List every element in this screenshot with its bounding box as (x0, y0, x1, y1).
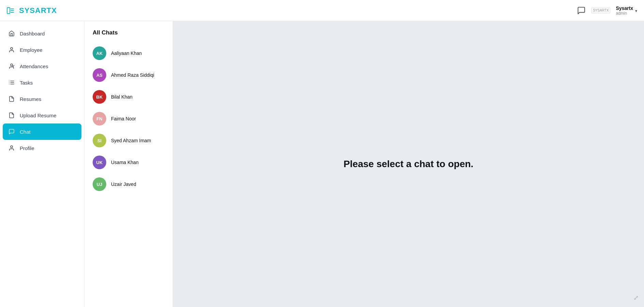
sidebar-toggle-icon[interactable] (7, 7, 14, 14)
sidebar-item-resumes[interactable]: Resumes (0, 91, 84, 107)
chat-list-item[interactable]: ASAhmed Raza Siddiqi (84, 64, 173, 86)
svg-point-12 (11, 146, 13, 148)
chat-list-item[interactable]: SISyed Ahzam Imam (84, 130, 173, 151)
chat-contact-name: Syed Ahzam Imam (111, 138, 151, 143)
brand-small-logo: SYSARTX (591, 8, 611, 13)
app-logo: SYSARTX (19, 6, 57, 15)
chat-list: AKAaliyaan KhanASAhmed Raza SiddiqiBKBil… (84, 42, 173, 195)
chat-contact-name: Bilal Khan (111, 94, 132, 100)
expand-icon[interactable]: ⤢ (633, 294, 639, 302)
avatar: UJ (93, 177, 106, 191)
sidebar-label-dashboard: Dashboard (20, 31, 45, 36)
sidebar-item-upload-resume[interactable]: Upload Resume (0, 107, 84, 123)
chat-list-item[interactable]: AKAaliyaan Khan (84, 42, 173, 64)
sidebar-item-tasks[interactable]: Tasks (0, 74, 84, 91)
sidebar-item-attendances[interactable]: Attendances (0, 58, 84, 74)
avatar: UK (93, 156, 106, 169)
sidebar-label-profile: Profile (20, 145, 34, 151)
chat-list-item[interactable]: BKBilal Khan (84, 86, 173, 108)
header-chat-icon[interactable] (577, 6, 586, 15)
chat-contact-name: Faima Noor (111, 116, 136, 121)
user-menu[interactable]: Sysartx admin ▾ (616, 5, 637, 16)
sidebar-item-chat[interactable]: Chat (3, 123, 81, 140)
all-chats-title: All Chats (84, 29, 173, 42)
chat-icon (8, 128, 15, 135)
home-icon (8, 30, 15, 37)
svg-rect-2 (11, 10, 14, 11)
sidebar-item-dashboard[interactable]: Dashboard (0, 25, 84, 42)
sidebar-item-profile[interactable]: Profile (0, 140, 84, 156)
resumes-icon (8, 96, 15, 102)
chat-contact-name: Ahmed Raza Siddiqi (111, 72, 154, 78)
sidebar: Dashboard Employee Attendances (0, 21, 84, 307)
user-menu-chevron-icon: ▾ (635, 9, 637, 13)
sidebar-label-chat: Chat (20, 129, 31, 135)
chat-list-item[interactable]: UKUsama Khan (84, 151, 173, 173)
svg-rect-1 (11, 9, 14, 9)
svg-point-5 (11, 64, 13, 66)
avatar: AK (93, 46, 106, 60)
content-area: Please select a chat to open. ⤢ (173, 21, 644, 307)
header-left: SYSARTX (7, 6, 57, 15)
chat-list-item[interactable]: UJUzair Javed (84, 173, 173, 195)
sidebar-label-tasks: Tasks (20, 80, 33, 86)
upload-resume-icon (8, 112, 15, 119)
avatar: AS (93, 68, 106, 82)
attendances-icon (8, 63, 15, 70)
svg-point-4 (11, 47, 13, 49)
avatar: SI (93, 134, 106, 147)
svg-rect-0 (7, 8, 10, 14)
sidebar-label-employee: Employee (20, 47, 43, 53)
sidebar-label-resumes: Resumes (20, 96, 41, 102)
svg-rect-3 (11, 12, 14, 13)
chat-contact-name: Uzair Javed (111, 181, 136, 187)
app-header: SYSARTX SYSARTX Sysartx admin ▾ (0, 0, 644, 21)
chat-contact-name: Usama Khan (111, 160, 139, 165)
header-right: SYSARTX Sysartx admin ▾ (577, 5, 637, 16)
main-container: Dashboard Employee Attendances (0, 21, 644, 307)
user-role: admin (616, 11, 633, 16)
avatar: FN (93, 112, 106, 126)
chat-panel: All Chats AKAaliyaan KhanASAhmed Raza Si… (84, 21, 173, 307)
chat-list-item[interactable]: FNFaima Noor (84, 108, 173, 130)
select-chat-message: Please select a chat to open. (344, 159, 473, 170)
sidebar-label-attendances: Attendances (20, 63, 48, 69)
employee-icon (8, 46, 15, 53)
chat-contact-name: Aaliyaan Khan (111, 50, 142, 56)
sidebar-label-upload-resume: Upload Resume (20, 113, 57, 118)
user-name: Sysartx (616, 5, 633, 11)
sidebar-item-employee[interactable]: Employee (0, 42, 84, 58)
avatar: BK (93, 90, 106, 104)
profile-icon (8, 145, 15, 151)
tasks-icon (8, 79, 15, 86)
